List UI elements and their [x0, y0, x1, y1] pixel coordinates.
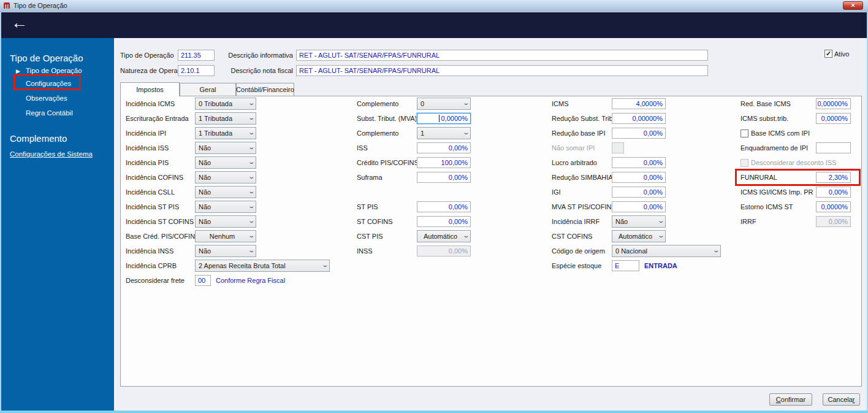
incidencia-st-pis-dropdown[interactable]: Não⌄: [195, 201, 256, 213]
field-row-st-pis: ST PIS0,00%: [357, 201, 471, 213]
chevron-down-icon: ⌄: [657, 232, 665, 239]
irrf-label: IRRF: [740, 218, 816, 225]
complemento-dropdown-value: 1: [421, 129, 424, 137]
complemento-dropdown[interactable]: 0⌄: [417, 98, 471, 110]
suframa-input[interactable]: 0,00%: [417, 172, 471, 183]
field-row-codigo-de-origem: Código de origem0 Nacional⌄: [552, 245, 721, 257]
sidebar-link-configuracoes-de-sistema[interactable]: Configurações de Sistema: [10, 150, 93, 158]
incidencia-cofins-dropdown[interactable]: Não⌄: [195, 171, 256, 183]
sidebar-item-configuracoes[interactable]: Configurações: [26, 80, 71, 87]
desconsiderar-desconto-iss-label: Desconsiderar desconto ISS: [751, 159, 836, 166]
natureza-de-operacao-input[interactable]: 2.10.1: [178, 65, 215, 76]
credito-pis-cofins-input[interactable]: 100,00%: [417, 157, 471, 168]
funrural-value: 2,30%: [829, 174, 848, 181]
subst-tribut-mva-input[interactable]: 0,0000%: [417, 113, 471, 124]
incidencia-irrf-dropdown[interactable]: Não⌄: [612, 215, 666, 228]
cst-pis-dropdown[interactable]: Automático⌄: [417, 230, 471, 242]
icms-igi-icms-imp-pr-input[interactable]: 0,00%: [816, 187, 851, 198]
codigo-de-origem-dropdown[interactable]: 0 Nacional⌄: [612, 245, 721, 257]
st-cofins-input[interactable]: 0,00%: [417, 216, 471, 227]
sidebar-item-regra-contabil[interactable]: Regra Contábil: [26, 109, 73, 117]
incidencia-csll-dropdown[interactable]: Não⌄: [195, 186, 256, 198]
tipo-de-operacao-input[interactable]: 211.35: [178, 50, 215, 61]
chevron-down-icon: ⌄: [248, 173, 256, 180]
natureza-de-operacao-value: 2.10.1: [181, 67, 200, 74]
especie-estoque-value: E: [615, 262, 619, 269]
base-cred-pis-cofins-dropdown[interactable]: Nenhum⌄: [195, 230, 256, 242]
field-row-incidencia-pis: Incidência PISNão⌄: [126, 156, 256, 169]
reducao-base-ipi-input[interactable]: 0,00%: [612, 128, 666, 139]
mva-st-pis-cofins-value: 0,00%: [644, 203, 663, 210]
complemento-label: Complemento: [357, 100, 417, 107]
cst-cofins-dropdown[interactable]: Automático⌄: [612, 230, 666, 242]
incidencia-cofins-dropdown-value: Não: [199, 174, 211, 181]
credito-pis-cofins-value: 100,00%: [441, 159, 468, 166]
credito-pis-cofins-label: Crédito PIS/COFINS: [357, 159, 417, 166]
sidebar-item-tipo-de-operacao[interactable]: Tipo de Operação: [26, 67, 82, 74]
field-row-enquadramento-de-ipi: Enquadramento de IPI: [740, 142, 851, 154]
desconsiderar-frete-link[interactable]: Conforme Regra Fiscal: [216, 277, 285, 284]
incidencia-inss-label: Incidência INSS: [126, 247, 195, 255]
cancelar-button[interactable]: Cancelar: [823, 393, 860, 406]
st-pis-label: ST PIS: [357, 203, 417, 210]
field-row-incidencia-st-cofins: Incidência ST COFINSNão⌄: [126, 215, 256, 228]
incidencia-iss-dropdown-value: Não: [199, 144, 211, 152]
back-arrow-icon[interactable]: ←: [11, 14, 28, 33]
icms-igi-icms-imp-pr-label: ICMS IGI/ICMS Imp. PR: [740, 188, 816, 196]
reducao-base-ipi-value: 0,00%: [644, 129, 663, 137]
reducao-simbahia-input[interactable]: 0,00%: [612, 172, 666, 183]
incidencia-pis-dropdown[interactable]: Não⌄: [195, 156, 256, 169]
especie-estoque-input[interactable]: E: [612, 260, 639, 271]
field-row-incidencia-icms: Incidência ICMS0 Tributada⌄: [126, 98, 256, 110]
icms-subst-trib-input[interactable]: 0,0000%: [816, 113, 851, 124]
field-row-icms: ICMS4,0000%: [552, 98, 666, 110]
incidencia-iss-dropdown[interactable]: Não⌄: [195, 142, 256, 154]
estorno-icms-st-input[interactable]: 0,0000%: [816, 201, 851, 212]
field-row-inss: INSS0,00%: [357, 245, 471, 257]
funrural-label: FUNRURAL: [740, 174, 816, 181]
incidencia-ipi-dropdown[interactable]: 1 Tributada⌄: [195, 127, 256, 139]
tab-geral[interactable]: Geral: [180, 83, 236, 96]
escrituracao-entrada-dropdown[interactable]: 1 Tributada⌄: [195, 112, 256, 125]
lucro-arbitrado-label: Lucro arbitrado: [552, 159, 612, 166]
complemento-dropdown-value: 0: [421, 100, 424, 107]
descricao-informativa-input[interactable]: RET - AGLUT- SAT/SENAR/FPAS/FUNRURAL: [296, 50, 708, 61]
field-row-reducao-simbahia: Redução SIMBAHIA0,00%: [552, 171, 666, 183]
descricao-nota-fiscal-input[interactable]: RET - AGLUT- SAT/SENAR/FPAS/FUNRURAL: [296, 65, 708, 76]
field-row-cst-cofins: CST COFINSAutomático⌄: [552, 230, 666, 242]
incidencia-st-cofins-dropdown[interactable]: Não⌄: [195, 215, 256, 228]
st-pis-input[interactable]: 0,00%: [417, 201, 471, 212]
escrituracao-entrada-label: Escrituração Entrada: [126, 115, 195, 122]
sidebar-item-observacoes[interactable]: Observações: [26, 95, 67, 102]
tab-impostos[interactable]: Impostos: [120, 82, 180, 96]
confirm-label-post: onfirmar: [781, 396, 805, 403]
red-base-icms-input[interactable]: 0,00000%: [816, 98, 851, 109]
field-row-incidencia-cprb: Incidência CPRB2 Apenas Receita Bruta To…: [126, 260, 330, 272]
igi-input[interactable]: 0,00%: [612, 187, 666, 198]
incidencia-inss-dropdown[interactable]: Não⌄: [195, 245, 256, 257]
mva-st-pis-cofins-input[interactable]: 0,00%: [612, 201, 666, 212]
desconsiderar-frete-input[interactable]: 00: [195, 275, 211, 286]
incidencia-cprb-dropdown[interactable]: 2 Apenas Receita Bruta Total⌄: [195, 260, 330, 272]
especie-estoque-link[interactable]: ENTRADA: [644, 262, 677, 269]
field-row-irrf: IRRF0,00%: [740, 215, 851, 228]
lucro-arbitrado-input[interactable]: 0,00%: [612, 157, 666, 168]
incidencia-icms-dropdown[interactable]: 0 Tributada⌄: [195, 98, 256, 110]
base-icms-com-ipi-checkbox[interactable]: [740, 129, 748, 137]
field-row-complemento: Complemento0⌄: [357, 98, 471, 110]
chevron-down-icon: ⌄: [462, 232, 470, 239]
tab-contabil-financeiro[interactable]: Contábil/Financeiro: [236, 83, 294, 96]
chevron-down-icon: ⌄: [248, 144, 256, 150]
subst-tribut-mva-label: Subst. Tribut. (MVA): [357, 115, 417, 122]
close-button[interactable]: ✕: [843, 1, 863, 10]
icms-input[interactable]: 4,0000%: [612, 98, 666, 109]
irrf-input: 0,00%: [816, 216, 851, 227]
enquadramento-de-ipi-input[interactable]: [816, 142, 851, 153]
complemento-dropdown[interactable]: 1⌄: [417, 127, 471, 139]
incidencia-cprb-dropdown-value: 2 Apenas Receita Bruta Total: [199, 262, 286, 269]
confirmar-button[interactable]: Confirmar: [769, 393, 812, 406]
iss-input[interactable]: 0,00%: [417, 142, 471, 153]
reducao-subst-trib-input[interactable]: 0,00000%: [612, 113, 666, 124]
funrural-input[interactable]: 2,30%: [816, 172, 851, 183]
ativo-checkbox[interactable]: ✓: [824, 50, 832, 58]
